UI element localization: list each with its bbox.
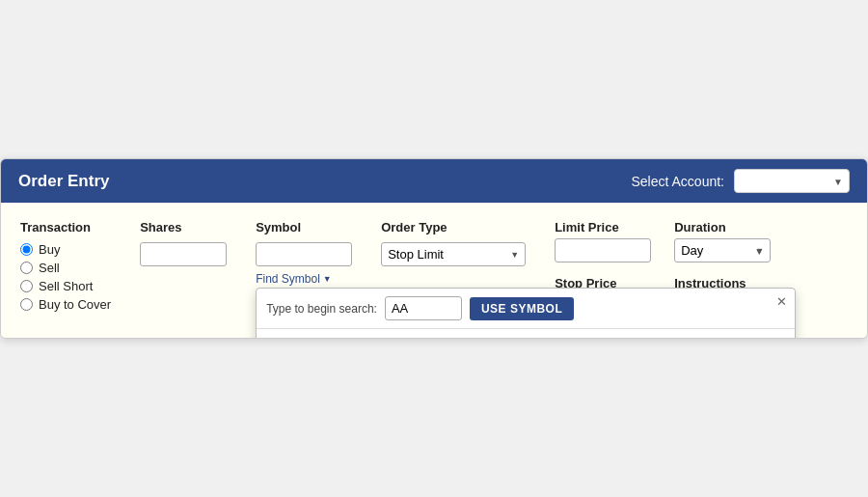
find-symbol-arrow-icon: ▼ bbox=[323, 274, 332, 284]
radio-buy-to-cover-label: Buy to Cover bbox=[39, 297, 111, 312]
symbol-field-group: Symbol Find Symbol ▼ Type to begin searc… bbox=[256, 220, 352, 286]
symbol-input[interactable] bbox=[256, 242, 352, 266]
duration-select-wrapper: Day GTC Extended ▼ bbox=[674, 238, 771, 262]
radio-sell-short-label: Sell Short bbox=[39, 279, 93, 293]
transaction-label: Transaction bbox=[20, 220, 111, 235]
find-symbol-link[interactable]: Find Symbol ▼ bbox=[256, 272, 352, 286]
order-type-label: Order Type bbox=[381, 220, 526, 235]
limit-price-label: Limit Price bbox=[555, 220, 651, 235]
symbol-search-input[interactable] bbox=[385, 296, 462, 320]
result-row-aa[interactable]: AA Alcoa Corporation Option Chain bbox=[257, 329, 795, 339]
radio-sell[interactable]: Sell bbox=[20, 261, 111, 275]
duration-select[interactable]: Day GTC Extended bbox=[674, 238, 771, 262]
duration-label: Duration bbox=[674, 220, 771, 235]
transaction-group: Buy Sell Sell Short Buy to Cover bbox=[20, 242, 111, 312]
radio-sell-short-input[interactable] bbox=[20, 280, 33, 292]
account-select[interactable] bbox=[734, 169, 850, 193]
symbol-wrapper bbox=[256, 242, 352, 266]
shares-label: Shares bbox=[140, 220, 227, 235]
option-chain-link-aa[interactable]: Option Chain bbox=[716, 337, 783, 340]
radio-buy[interactable]: Buy bbox=[20, 242, 111, 257]
symbol-search-dropdown: Type to begin search: USE SYMBOL ✕ AA Al… bbox=[256, 288, 796, 339]
order-type-wrapper: Market Limit Stop Stop Limit Trailing St… bbox=[381, 242, 526, 266]
radio-buy-input[interactable] bbox=[20, 243, 33, 256]
header-right: Select Account: bbox=[631, 169, 850, 193]
account-select-wrapper bbox=[734, 169, 850, 193]
search-bar: Type to begin search: USE SYMBOL ✕ bbox=[257, 289, 795, 329]
page-title: Order Entry bbox=[18, 172, 109, 191]
order-entry-container: Order Entry Select Account: Transaction … bbox=[0, 158, 868, 339]
symbol-label: Symbol bbox=[256, 220, 352, 235]
radio-buy-to-cover[interactable]: Buy to Cover bbox=[20, 297, 111, 312]
result-name-aa: Alcoa Corporation bbox=[345, 336, 716, 339]
limit-price-row: Limit Price bbox=[555, 220, 651, 262]
search-bar-label: Type to begin search: bbox=[266, 302, 377, 316]
form-row: Transaction Buy Sell Sell Short bbox=[20, 220, 848, 318]
search-results: AA Alcoa Corporation Option Chain AAPL A… bbox=[257, 329, 795, 339]
shares-input[interactable] bbox=[140, 242, 227, 266]
result-ticker-aa: AA bbox=[268, 336, 345, 339]
transaction-field-group: Transaction Buy Sell Sell Short bbox=[20, 220, 111, 312]
order-type-select[interactable]: Market Limit Stop Stop Limit Trailing St… bbox=[381, 242, 526, 266]
order-type-field-group: Order Type Market Limit Stop Stop Limit … bbox=[381, 220, 526, 266]
radio-sell-label: Sell bbox=[39, 261, 60, 275]
header: Order Entry Select Account: bbox=[1, 159, 867, 203]
radio-sell-short[interactable]: Sell Short bbox=[20, 279, 111, 293]
radio-buy-label: Buy bbox=[39, 242, 60, 257]
form-body: Transaction Buy Sell Sell Short bbox=[1, 203, 867, 338]
duration-row: Duration Day GTC Extended ▼ bbox=[674, 220, 771, 262]
shares-field-group: Shares bbox=[140, 220, 227, 266]
use-symbol-button[interactable]: USE SYMBOL bbox=[470, 297, 574, 320]
select-account-label: Select Account: bbox=[631, 174, 724, 189]
radio-sell-input[interactable] bbox=[20, 262, 33, 274]
radio-buy-to-cover-input[interactable] bbox=[20, 298, 33, 311]
close-dropdown-button[interactable]: ✕ bbox=[776, 294, 787, 309]
find-symbol-text: Find Symbol bbox=[256, 272, 320, 286]
limit-price-input[interactable] bbox=[555, 238, 651, 262]
